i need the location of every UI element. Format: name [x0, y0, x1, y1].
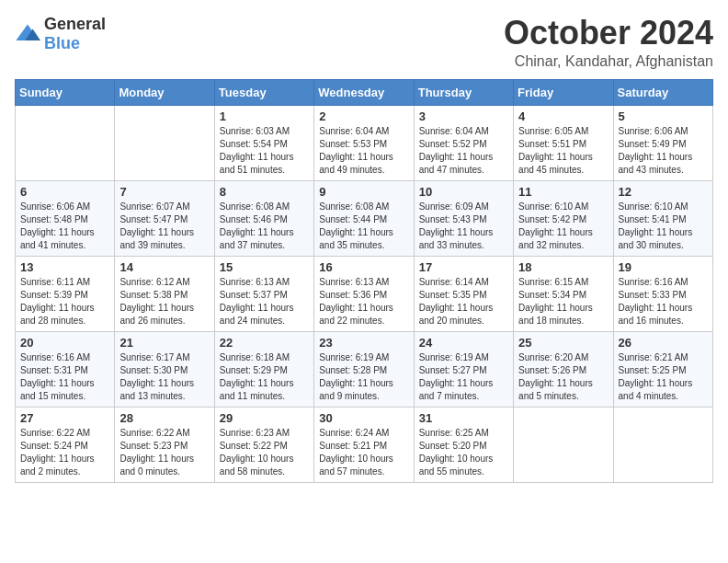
day-info: Sunrise: 6:20 AMSunset: 5:26 PMDaylight:…	[518, 351, 608, 403]
calendar-day-cell: 22Sunrise: 6:18 AMSunset: 5:29 PMDayligh…	[214, 331, 313, 407]
day-info: Sunrise: 6:03 AMSunset: 5:54 PMDaylight:…	[220, 125, 309, 177]
calendar-day-cell: 2Sunrise: 6:04 AMSunset: 5:53 PMDaylight…	[314, 105, 414, 180]
calendar-day-cell: 15Sunrise: 6:13 AMSunset: 5:37 PMDayligh…	[214, 256, 313, 331]
day-number: 4	[518, 109, 608, 123]
weekday-header-cell: Friday	[514, 79, 613, 105]
day-number: 5	[619, 109, 708, 123]
day-number: 23	[319, 336, 408, 350]
day-info: Sunrise: 6:09 AMSunset: 5:43 PMDaylight:…	[419, 201, 508, 252]
logo-general: General	[44, 15, 106, 33]
logo-icon	[15, 21, 40, 47]
day-info: Sunrise: 6:10 AMSunset: 5:42 PMDaylight:…	[518, 201, 608, 252]
calendar-day-cell: 9Sunrise: 6:08 AMSunset: 5:44 PMDaylight…	[314, 180, 414, 256]
page-header: General Blue October 2024 Chinar, Kandah…	[15, 15, 713, 70]
day-number: 18	[518, 260, 608, 274]
calendar-day-cell	[514, 407, 613, 482]
location-title: Chinar, Kandahar, Afghanistan	[504, 53, 713, 70]
day-info: Sunrise: 6:13 AMSunset: 5:36 PMDaylight:…	[319, 276, 408, 327]
calendar-day-cell: 17Sunrise: 6:14 AMSunset: 5:35 PMDayligh…	[414, 256, 513, 331]
day-number: 16	[319, 260, 408, 274]
day-number: 31	[419, 411, 508, 425]
calendar-day-cell: 29Sunrise: 6:23 AMSunset: 5:22 PMDayligh…	[214, 407, 313, 482]
calendar-week-row: 27Sunrise: 6:22 AMSunset: 5:24 PMDayligh…	[16, 407, 713, 482]
day-info: Sunrise: 6:06 AMSunset: 5:49 PMDaylight:…	[619, 125, 708, 177]
logo: General Blue	[15, 15, 106, 53]
day-info: Sunrise: 6:10 AMSunset: 5:41 PMDaylight:…	[619, 201, 708, 252]
calendar-day-cell: 30Sunrise: 6:24 AMSunset: 5:21 PMDayligh…	[314, 407, 414, 482]
calendar-day-cell: 12Sunrise: 6:10 AMSunset: 5:41 PMDayligh…	[613, 180, 712, 256]
calendar-day-cell	[115, 105, 214, 180]
day-number: 9	[319, 185, 408, 199]
day-info: Sunrise: 6:15 AMSunset: 5:34 PMDaylight:…	[518, 276, 608, 327]
day-number: 7	[119, 185, 209, 199]
calendar-week-row: 20Sunrise: 6:16 AMSunset: 5:31 PMDayligh…	[16, 331, 713, 407]
calendar-day-cell: 11Sunrise: 6:10 AMSunset: 5:42 PMDayligh…	[514, 180, 613, 256]
calendar-day-cell: 6Sunrise: 6:06 AMSunset: 5:48 PMDaylight…	[16, 180, 115, 256]
day-info: Sunrise: 6:12 AMSunset: 5:38 PMDaylight:…	[119, 276, 209, 327]
calendar-day-cell: 19Sunrise: 6:16 AMSunset: 5:33 PMDayligh…	[613, 256, 712, 331]
calendar-day-cell: 28Sunrise: 6:22 AMSunset: 5:23 PMDayligh…	[115, 407, 214, 482]
day-number: 12	[619, 185, 708, 199]
day-info: Sunrise: 6:08 AMSunset: 5:46 PMDaylight:…	[220, 201, 309, 252]
calendar-day-cell: 21Sunrise: 6:17 AMSunset: 5:30 PMDayligh…	[115, 331, 214, 407]
calendar-day-cell: 27Sunrise: 6:22 AMSunset: 5:24 PMDayligh…	[16, 407, 115, 482]
calendar-day-cell: 10Sunrise: 6:09 AMSunset: 5:43 PMDayligh…	[414, 180, 513, 256]
day-number: 10	[419, 185, 508, 199]
weekday-header-cell: Saturday	[613, 79, 712, 105]
day-number: 1	[220, 109, 309, 123]
day-info: Sunrise: 6:06 AMSunset: 5:48 PMDaylight:…	[20, 201, 109, 252]
day-number: 13	[20, 260, 109, 274]
calendar-day-cell: 23Sunrise: 6:19 AMSunset: 5:28 PMDayligh…	[314, 331, 414, 407]
calendar-day-cell	[613, 407, 712, 482]
day-info: Sunrise: 6:17 AMSunset: 5:30 PMDaylight:…	[119, 351, 209, 403]
day-number: 6	[20, 185, 109, 199]
calendar-day-cell: 4Sunrise: 6:05 AMSunset: 5:51 PMDaylight…	[514, 105, 613, 180]
day-info: Sunrise: 6:22 AMSunset: 5:23 PMDaylight:…	[119, 427, 209, 478]
day-info: Sunrise: 6:14 AMSunset: 5:35 PMDaylight:…	[419, 276, 508, 327]
title-area: October 2024 Chinar, Kandahar, Afghanist…	[504, 15, 713, 70]
day-number: 11	[518, 185, 608, 199]
day-info: Sunrise: 6:22 AMSunset: 5:24 PMDaylight:…	[20, 427, 109, 478]
day-number: 24	[419, 336, 508, 350]
day-number: 8	[220, 185, 309, 199]
day-number: 17	[419, 260, 508, 274]
weekday-header-cell: Wednesday	[314, 79, 414, 105]
calendar-day-cell	[16, 105, 115, 180]
day-number: 25	[518, 336, 608, 350]
day-number: 30	[319, 411, 408, 425]
weekday-header-cell: Monday	[115, 79, 214, 105]
calendar-day-cell: 18Sunrise: 6:15 AMSunset: 5:34 PMDayligh…	[514, 256, 613, 331]
day-number: 21	[119, 336, 209, 350]
calendar-day-cell: 16Sunrise: 6:13 AMSunset: 5:36 PMDayligh…	[314, 256, 414, 331]
calendar-day-cell: 5Sunrise: 6:06 AMSunset: 5:49 PMDaylight…	[613, 105, 712, 180]
day-number: 3	[419, 109, 508, 123]
calendar-week-row: 13Sunrise: 6:11 AMSunset: 5:39 PMDayligh…	[16, 256, 713, 331]
calendar-day-cell: 8Sunrise: 6:08 AMSunset: 5:46 PMDaylight…	[214, 180, 313, 256]
day-info: Sunrise: 6:11 AMSunset: 5:39 PMDaylight:…	[20, 276, 109, 327]
day-number: 15	[220, 260, 309, 274]
calendar-day-cell: 3Sunrise: 6:04 AMSunset: 5:52 PMDaylight…	[414, 105, 513, 180]
calendar-day-cell: 31Sunrise: 6:25 AMSunset: 5:20 PMDayligh…	[414, 407, 513, 482]
day-info: Sunrise: 6:21 AMSunset: 5:25 PMDaylight:…	[619, 351, 708, 403]
day-info: Sunrise: 6:16 AMSunset: 5:31 PMDaylight:…	[20, 351, 109, 403]
weekday-header-cell: Thursday	[414, 79, 513, 105]
calendar-week-row: 6Sunrise: 6:06 AMSunset: 5:48 PMDaylight…	[16, 180, 713, 256]
calendar-day-cell: 7Sunrise: 6:07 AMSunset: 5:47 PMDaylight…	[115, 180, 214, 256]
day-number: 14	[119, 260, 209, 274]
weekday-header-row: SundayMondayTuesdayWednesdayThursdayFrid…	[16, 79, 713, 105]
day-info: Sunrise: 6:16 AMSunset: 5:33 PMDaylight:…	[619, 276, 708, 327]
day-info: Sunrise: 6:08 AMSunset: 5:44 PMDaylight:…	[319, 201, 408, 252]
calendar-day-cell: 24Sunrise: 6:19 AMSunset: 5:27 PMDayligh…	[414, 331, 513, 407]
day-info: Sunrise: 6:05 AMSunset: 5:51 PMDaylight:…	[518, 125, 608, 177]
day-number: 27	[20, 411, 109, 425]
day-number: 19	[619, 260, 708, 274]
day-number: 28	[119, 411, 209, 425]
weekday-header-cell: Sunday	[16, 79, 115, 105]
calendar-table: SundayMondayTuesdayWednesdayThursdayFrid…	[15, 79, 713, 483]
calendar-body: 1Sunrise: 6:03 AMSunset: 5:54 PMDaylight…	[16, 105, 713, 482]
day-number: 22	[220, 336, 309, 350]
calendar-day-cell: 25Sunrise: 6:20 AMSunset: 5:26 PMDayligh…	[514, 331, 613, 407]
calendar-day-cell: 13Sunrise: 6:11 AMSunset: 5:39 PMDayligh…	[16, 256, 115, 331]
calendar-day-cell: 14Sunrise: 6:12 AMSunset: 5:38 PMDayligh…	[115, 256, 214, 331]
calendar-day-cell: 1Sunrise: 6:03 AMSunset: 5:54 PMDaylight…	[214, 105, 313, 180]
